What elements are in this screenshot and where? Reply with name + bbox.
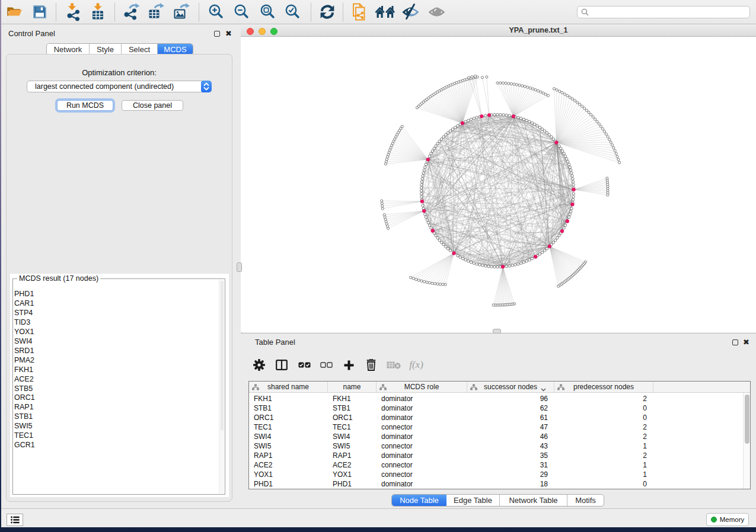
delete-column-icon[interactable]	[361, 355, 381, 375]
table-row[interactable]: STB1STB1dominator620	[249, 403, 750, 413]
close-panel-button[interactable]: Close panel	[122, 100, 183, 111]
cell-name: SWI4	[333, 432, 377, 441]
zoom-fit-icon[interactable]	[257, 1, 278, 23]
network-canvas[interactable]	[241, 37, 756, 332]
split-columns-icon[interactable]	[272, 355, 292, 375]
result-scrollbar-thumb[interactable]	[221, 281, 224, 431]
delete-table-icon[interactable]	[384, 355, 404, 375]
result-item[interactable]: TID3	[14, 318, 218, 328]
zoom-selected-icon[interactable]	[282, 1, 303, 23]
result-scrollbar[interactable]	[219, 280, 224, 493]
import-table-icon[interactable]	[87, 1, 109, 23]
column-header-successor-nodes[interactable]: successor nodes	[467, 382, 554, 392]
cell-predecessor-nodes: 2	[554, 451, 647, 460]
result-item[interactable]: STB5	[14, 384, 218, 394]
select-all-icon[interactable]	[294, 355, 314, 375]
vertical-splitter-grip[interactable]	[237, 262, 242, 272]
close-panel-icon[interactable]: ✖	[225, 31, 232, 37]
cell-successor-nodes: 61	[467, 413, 548, 422]
table-scrollbar[interactable]	[743, 393, 750, 489]
task-history-button[interactable]	[7, 514, 23, 526]
close-window-icon[interactable]	[247, 28, 254, 35]
first-neighbors-icon[interactable]	[374, 1, 395, 23]
optimization-criterion-label: Optimization criterion:	[7, 68, 232, 77]
cell-name: SWI5	[333, 441, 377, 451]
export-table-icon[interactable]	[145, 1, 167, 23]
toolbar-separator	[114, 3, 115, 21]
column-header-name[interactable]: name	[328, 382, 377, 392]
tab-node-table[interactable]: Node Table	[392, 495, 446, 506]
tab-motifs[interactable]: Motifs	[567, 495, 604, 506]
result-item[interactable]: RAP1	[14, 403, 218, 412]
zoom-out-icon[interactable]	[231, 1, 252, 23]
criterion-dropdown[interactable]: largest connected component (undirected)	[27, 81, 212, 92]
float-panel-icon[interactable]	[214, 31, 220, 37]
hide-selected-icon[interactable]	[400, 1, 422, 23]
shared-column-icon	[252, 384, 259, 392]
maximize-window-icon[interactable]	[270, 28, 277, 35]
tab-network-table[interactable]: Network Table	[500, 495, 567, 506]
add-column-icon[interactable]	[339, 355, 359, 375]
network-view-titlebar[interactable]: YPA_prune.txt_1	[241, 24, 756, 37]
table-row[interactable]: SWI5SWI5connector431	[249, 441, 750, 451]
cell-predecessor-nodes: 0	[554, 403, 647, 413]
result-item[interactable]: SRD1	[14, 347, 218, 356]
refresh-network-icon[interactable]	[317, 1, 338, 23]
result-item[interactable]: PMA2	[14, 356, 218, 366]
tab-edge-table[interactable]: Edge Table	[446, 495, 500, 506]
chevron-down-icon[interactable]	[541, 385, 546, 393]
table-scrollbar-thumb[interactable]	[745, 395, 749, 444]
table-row[interactable]: PHD1PHD1dominator180	[249, 479, 750, 489]
export-network-icon[interactable]	[121, 1, 142, 23]
import-network-icon[interactable]	[62, 1, 83, 23]
result-item[interactable]: YOX1	[14, 328, 218, 337]
table-row[interactable]: SWI4SWI4dominator462	[249, 432, 750, 441]
column-header-MCDS-role[interactable]: MCDS role	[377, 382, 467, 392]
table-row[interactable]: RAP1RAP1dominator352	[249, 451, 750, 460]
run-mcds-button[interactable]: Run MCDS	[57, 100, 113, 111]
cell-successor-nodes: 47	[467, 422, 548, 432]
result-item[interactable]: PHD1	[14, 290, 218, 299]
memory-button[interactable]: Memory	[706, 513, 749, 526]
column-header-shared-name[interactable]: shared name	[249, 382, 328, 392]
float-panel-icon[interactable]	[732, 339, 738, 345]
result-item[interactable]: TEC1	[14, 431, 218, 441]
result-item[interactable]: SWI4	[14, 337, 218, 347]
network-from-selection-icon[interactable]	[349, 1, 370, 23]
network-graph[interactable]	[241, 37, 756, 332]
toolbar-separator	[56, 3, 56, 21]
zoom-in-icon[interactable]	[205, 1, 227, 23]
minimize-window-icon[interactable]	[259, 28, 266, 35]
close-panel-icon[interactable]: ✖	[743, 339, 749, 345]
result-item[interactable]: SWI5	[14, 422, 218, 431]
table-row[interactable]: TEC1TEC1connector472	[249, 422, 750, 432]
show-all-icon[interactable]	[426, 1, 448, 23]
result-item[interactable]: STP4	[14, 309, 218, 318]
main-toolbar	[1, 0, 756, 24]
search-input[interactable]	[577, 6, 750, 18]
table-row[interactable]: ORC1ORC1dominator610	[249, 413, 750, 422]
export-image-icon[interactable]	[171, 1, 192, 23]
open-session-icon[interactable]	[4, 1, 25, 23]
result-item[interactable]: ORC1	[14, 393, 218, 403]
cell-predecessor-nodes: 0	[554, 413, 647, 422]
function-builder-icon: f(x)	[406, 355, 426, 375]
result-item[interactable]: CAR1	[14, 299, 218, 309]
result-item[interactable]: ACE2	[14, 375, 218, 384]
column-header-predecessor-nodes[interactable]: predecessor nodes	[554, 382, 653, 392]
table-row[interactable]: YOX1YOX1connector291	[249, 470, 750, 479]
result-item[interactable]: GCR1	[14, 441, 218, 450]
mcds-result-list[interactable]: PHD1CAR1STP4TID3YOX1SWI4SRD1PMA2FKH1ACE2…	[14, 290, 218, 493]
deselect-all-icon[interactable]	[316, 355, 336, 375]
cell-name: STB1	[333, 403, 377, 413]
save-session-icon[interactable]	[29, 1, 50, 23]
horizontal-splitter-grip[interactable]	[493, 329, 501, 334]
table-row[interactable]: FKH1FKH1dominator962	[249, 394, 750, 403]
cell-MCDS-role: dominator	[381, 413, 467, 422]
cell-shared-name: RAP1	[254, 451, 328, 460]
cell-MCDS-role: connector	[381, 470, 467, 479]
table-row[interactable]: ACE2ACE2connector311	[249, 460, 750, 470]
gear-icon[interactable]	[249, 355, 269, 375]
result-item[interactable]: STB1	[14, 412, 218, 422]
result-item[interactable]: FKH1	[14, 366, 218, 375]
